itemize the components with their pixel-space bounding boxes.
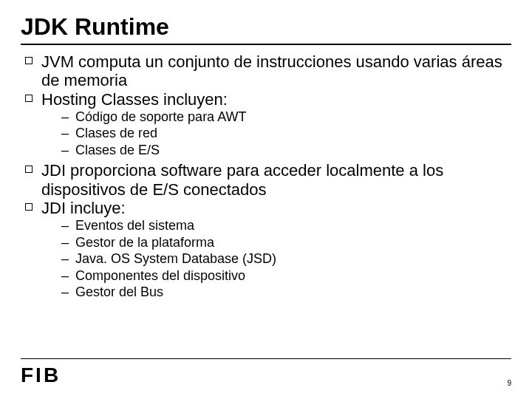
sub-list: – Código de soporte para AWT – Clases de… <box>59 109 511 159</box>
sub-text: Código de soporte para AWT <box>75 109 246 126</box>
bullet-item: JDI incluye: <box>21 199 511 217</box>
sub-text: Eventos del sistema <box>75 217 194 234</box>
slide: JDK Runtime JVM computa un conjunto de i… <box>0 0 532 399</box>
dash-icon: – <box>59 217 71 234</box>
dash-icon: – <box>59 125 71 142</box>
square-bullet-icon <box>25 57 33 64</box>
sub-text: Clases de red <box>75 125 157 142</box>
sub-item: – Gestor del Bus <box>59 284 511 301</box>
sub-item: – Clases de E/S <box>59 142 511 159</box>
dash-icon: – <box>59 142 71 159</box>
fib-logo: FIB <box>21 364 59 387</box>
slide-footer: FIB 9 <box>21 358 511 387</box>
sub-text: Gestor de la plataforma <box>75 234 214 251</box>
bullet-text: Hosting Classes incluyen: <box>41 90 511 109</box>
square-bullet-icon <box>25 95 33 102</box>
bullet-text: JVM computa un conjunto de instrucciones… <box>41 52 511 90</box>
square-bullet-icon <box>25 166 33 173</box>
logo-letter: I <box>35 364 42 387</box>
bullet-item: JDI proporciona software para acceder lo… <box>21 161 511 199</box>
sub-item: – Código de soporte para AWT <box>59 109 511 126</box>
page-number: 9 <box>507 379 511 387</box>
sub-text: Componentes del dispositivo <box>75 267 245 284</box>
logo-letter: F <box>21 364 34 387</box>
dash-icon: – <box>59 234 71 251</box>
slide-title: JDK Runtime <box>21 13 511 41</box>
title-divider <box>21 44 511 45</box>
dash-icon: – <box>59 284 71 301</box>
sub-item: – Java. OS System Database (JSD) <box>59 250 511 267</box>
bullet-item: Hosting Classes incluyen: <box>21 90 511 109</box>
bullet-item: JVM computa un conjunto de instrucciones… <box>21 52 511 90</box>
dash-icon: – <box>59 250 71 267</box>
square-bullet-icon <box>25 203 33 211</box>
footer-row: FIB 9 <box>21 364 511 387</box>
sub-text: Gestor del Bus <box>75 284 163 301</box>
footer-divider <box>21 358 511 359</box>
sub-text: Clases de E/S <box>75 142 160 159</box>
slide-content: JVM computa un conjunto de instrucciones… <box>21 52 511 301</box>
sub-item: – Clases de red <box>59 125 511 142</box>
sub-item: – Componentes del dispositivo <box>59 267 511 284</box>
dash-icon: – <box>59 267 71 284</box>
bullet-text: JDI incluye: <box>41 199 511 217</box>
dash-icon: – <box>59 109 71 126</box>
bullet-text: JDI proporciona software para acceder lo… <box>41 161 511 199</box>
sub-text: Java. OS System Database (JSD) <box>75 250 276 267</box>
logo-letter: B <box>44 364 59 387</box>
sub-list: – Eventos del sistema – Gestor de la pla… <box>59 217 511 301</box>
sub-item: – Eventos del sistema <box>59 217 511 234</box>
sub-item: – Gestor de la plataforma <box>59 234 511 251</box>
